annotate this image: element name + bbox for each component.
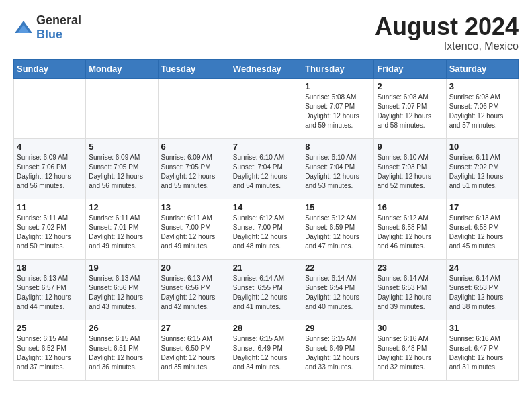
cell-content: Sunrise: 6:15 AM Sunset: 6:52 PM Dayligh…	[17, 334, 83, 372]
cell-content: Sunrise: 6:09 AM Sunset: 7:06 PM Dayligh…	[17, 153, 83, 191]
calendar-cell: 31Sunrise: 6:16 AM Sunset: 6:47 PM Dayli…	[446, 320, 518, 380]
cell-content: Sunrise: 6:11 AM Sunset: 7:02 PM Dayligh…	[17, 214, 83, 251]
cell-content: Sunrise: 6:12 AM Sunset: 6:58 PM Dayligh…	[377, 214, 443, 251]
logo-icon	[13, 19, 34, 36]
logo: General Blue	[13, 13, 81, 42]
calendar-cell: 26Sunrise: 6:15 AM Sunset: 6:51 PM Dayli…	[86, 320, 158, 380]
day-number: 27	[161, 323, 227, 333]
day-number: 13	[161, 202, 227, 212]
calendar-cell: 21Sunrise: 6:14 AM Sunset: 6:55 PM Dayli…	[230, 259, 302, 320]
cell-content: Sunrise: 6:15 AM Sunset: 6:49 PM Dayligh…	[305, 334, 371, 372]
cell-content: Sunrise: 6:11 AM Sunset: 7:01 PM Dayligh…	[89, 214, 154, 251]
day-number: 30	[377, 323, 443, 333]
calendar-cell: 27Sunrise: 6:15 AM Sunset: 6:50 PM Dayli…	[158, 320, 230, 380]
calendar-cell	[14, 78, 86, 138]
month-year: August 2024	[375, 13, 519, 40]
cell-content: Sunrise: 6:15 AM Sunset: 6:50 PM Dayligh…	[161, 334, 227, 372]
day-number: 20	[161, 263, 227, 273]
calendar-cell: 22Sunrise: 6:14 AM Sunset: 6:54 PM Dayli…	[302, 259, 374, 320]
calendar-cell: 3Sunrise: 6:08 AM Sunset: 7:06 PM Daylig…	[446, 78, 518, 138]
day-number: 28	[233, 323, 299, 333]
day-number: 22	[305, 263, 371, 273]
calendar-cell: 29Sunrise: 6:15 AM Sunset: 6:49 PM Dayli…	[302, 320, 374, 380]
day-number: 17	[449, 202, 515, 212]
day-number: 8	[305, 142, 371, 152]
calendar-cell: 11Sunrise: 6:11 AM Sunset: 7:02 PM Dayli…	[14, 199, 86, 259]
logo-general: General	[36, 13, 81, 27]
calendar-cell: 19Sunrise: 6:13 AM Sunset: 6:56 PM Dayli…	[86, 259, 158, 320]
day-number: 16	[377, 202, 443, 212]
location: Ixtenco, Mexico	[375, 40, 519, 52]
cell-content: Sunrise: 6:13 AM Sunset: 6:56 PM Dayligh…	[161, 274, 227, 312]
header-monday: Monday	[86, 59, 158, 78]
cell-content: Sunrise: 6:11 AM Sunset: 7:02 PM Dayligh…	[449, 153, 515, 191]
day-number: 15	[305, 202, 371, 212]
calendar-week-2: 4Sunrise: 6:09 AM Sunset: 7:06 PM Daylig…	[14, 138, 519, 199]
day-number: 7	[233, 142, 299, 152]
calendar-cell: 20Sunrise: 6:13 AM Sunset: 6:56 PM Dayli…	[158, 259, 230, 320]
cell-content: Sunrise: 6:16 AM Sunset: 6:48 PM Dayligh…	[377, 334, 443, 372]
day-number: 12	[89, 202, 154, 212]
title-section: August 2024 Ixtenco, Mexico	[375, 13, 519, 52]
day-number: 21	[233, 263, 299, 273]
logo-blue: Blue	[36, 28, 62, 41]
calendar-cell: 8Sunrise: 6:10 AM Sunset: 7:04 PM Daylig…	[302, 138, 374, 199]
day-number: 23	[377, 263, 443, 273]
cell-content: Sunrise: 6:12 AM Sunset: 7:00 PM Dayligh…	[233, 214, 299, 251]
cell-content: Sunrise: 6:12 AM Sunset: 6:59 PM Dayligh…	[305, 214, 371, 251]
cell-content: Sunrise: 6:13 AM Sunset: 6:56 PM Dayligh…	[89, 274, 154, 312]
calendar-cell: 16Sunrise: 6:12 AM Sunset: 6:58 PM Dayli…	[374, 199, 446, 259]
calendar-cell: 23Sunrise: 6:14 AM Sunset: 6:53 PM Dayli…	[374, 259, 446, 320]
day-number: 25	[17, 323, 83, 333]
cell-content: Sunrise: 6:14 AM Sunset: 6:55 PM Dayligh…	[233, 274, 299, 312]
cell-content: Sunrise: 6:10 AM Sunset: 7:04 PM Dayligh…	[305, 153, 371, 191]
cell-content: Sunrise: 6:13 AM Sunset: 6:57 PM Dayligh…	[17, 274, 83, 312]
calendar-cell: 7Sunrise: 6:10 AM Sunset: 7:04 PM Daylig…	[230, 138, 302, 199]
calendar-header: Sunday Monday Tuesday Wednesday Thursday…	[14, 59, 519, 78]
day-number: 5	[89, 142, 154, 152]
calendar-cell: 25Sunrise: 6:15 AM Sunset: 6:52 PM Dayli…	[14, 320, 86, 380]
cell-content: Sunrise: 6:11 AM Sunset: 7:00 PM Dayligh…	[161, 214, 227, 251]
cell-content: Sunrise: 6:10 AM Sunset: 7:04 PM Dayligh…	[233, 153, 299, 191]
calendar-cell: 18Sunrise: 6:13 AM Sunset: 6:57 PM Dayli…	[14, 259, 86, 320]
calendar-cell: 24Sunrise: 6:14 AM Sunset: 6:53 PM Dayli…	[446, 259, 518, 320]
calendar-cell: 2Sunrise: 6:08 AM Sunset: 7:07 PM Daylig…	[374, 78, 446, 138]
calendar-cell: 13Sunrise: 6:11 AM Sunset: 7:00 PM Dayli…	[158, 199, 230, 259]
cell-content: Sunrise: 6:09 AM Sunset: 7:05 PM Dayligh…	[161, 153, 227, 191]
day-number: 11	[17, 202, 83, 212]
day-number: 19	[89, 263, 154, 273]
day-number: 3	[449, 81, 515, 91]
day-number: 6	[161, 142, 227, 152]
calendar-cell: 4Sunrise: 6:09 AM Sunset: 7:06 PM Daylig…	[14, 138, 86, 199]
calendar-week-4: 18Sunrise: 6:13 AM Sunset: 6:57 PM Dayli…	[14, 259, 519, 320]
weekday-header-row: Sunday Monday Tuesday Wednesday Thursday…	[14, 59, 519, 78]
calendar-cell: 1Sunrise: 6:08 AM Sunset: 7:07 PM Daylig…	[302, 78, 374, 138]
cell-content: Sunrise: 6:14 AM Sunset: 6:53 PM Dayligh…	[377, 274, 443, 312]
day-number: 4	[17, 142, 83, 152]
cell-content: Sunrise: 6:08 AM Sunset: 7:06 PM Dayligh…	[449, 93, 515, 130]
cell-content: Sunrise: 6:15 AM Sunset: 6:49 PM Dayligh…	[233, 334, 299, 372]
cell-content: Sunrise: 6:09 AM Sunset: 7:05 PM Dayligh…	[89, 153, 154, 191]
day-number: 18	[17, 263, 83, 273]
calendar-cell: 14Sunrise: 6:12 AM Sunset: 7:00 PM Dayli…	[230, 199, 302, 259]
cell-content: Sunrise: 6:16 AM Sunset: 6:47 PM Dayligh…	[449, 334, 515, 372]
calendar-cell	[158, 78, 230, 138]
cell-content: Sunrise: 6:14 AM Sunset: 6:53 PM Dayligh…	[449, 274, 515, 312]
day-number: 14	[233, 202, 299, 212]
header: General Blue August 2024 Ixtenco, Mexico	[13, 13, 519, 52]
header-sunday: Sunday	[14, 59, 86, 78]
calendar-cell: 28Sunrise: 6:15 AM Sunset: 6:49 PM Dayli…	[230, 320, 302, 380]
day-number: 26	[89, 323, 154, 333]
calendar-cell: 10Sunrise: 6:11 AM Sunset: 7:02 PM Dayli…	[446, 138, 518, 199]
header-friday: Friday	[374, 59, 446, 78]
day-number: 24	[449, 263, 515, 273]
calendar-week-3: 11Sunrise: 6:11 AM Sunset: 7:02 PM Dayli…	[14, 199, 519, 259]
calendar-cell: 12Sunrise: 6:11 AM Sunset: 7:01 PM Dayli…	[86, 199, 158, 259]
cell-content: Sunrise: 6:14 AM Sunset: 6:54 PM Dayligh…	[305, 274, 371, 312]
cell-content: Sunrise: 6:08 AM Sunset: 7:07 PM Dayligh…	[305, 93, 371, 130]
day-number: 9	[377, 142, 443, 152]
day-number: 29	[305, 323, 371, 333]
header-wednesday: Wednesday	[230, 59, 302, 78]
calendar-week-5: 25Sunrise: 6:15 AM Sunset: 6:52 PM Dayli…	[14, 320, 519, 380]
calendar-cell: 5Sunrise: 6:09 AM Sunset: 7:05 PM Daylig…	[86, 138, 158, 199]
